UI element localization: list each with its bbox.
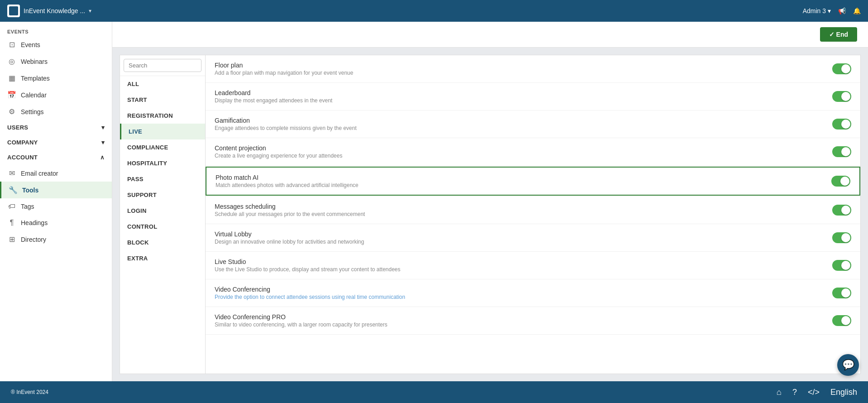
bottom-bar: ® InEvent 2024 ⌂ ? </> English: [0, 381, 868, 403]
category-live[interactable]: LIVE: [120, 124, 205, 139]
messages-scheduling-toggle[interactable]: [832, 205, 851, 216]
content-header: ✓ End: [112, 22, 868, 48]
sidebar-item-settings[interactable]: ⚙ Settings: [0, 103, 112, 120]
language-selector[interactable]: English: [830, 388, 857, 397]
category-registration[interactable]: REGISTRATION: [120, 108, 205, 124]
admin-label: Admin 3: [803, 7, 826, 14]
feature-desc: Use the Live Studio to produce, display …: [215, 266, 832, 273]
category-control[interactable]: CONTROL: [120, 219, 205, 235]
headings-icon: ¶: [7, 219, 16, 227]
code-icon[interactable]: </>: [808, 388, 820, 397]
feature-info: Gamification Engage attendees to complet…: [215, 117, 832, 131]
sidebar-item-events[interactable]: ⊡ Events: [0, 36, 112, 53]
feature-info: Video Conferencing PRO Similar to video …: [215, 313, 832, 328]
sidebar-item-email-creator[interactable]: ✉ Email creator: [0, 165, 112, 182]
live-studio-toggle[interactable]: [832, 260, 851, 271]
webinars-icon: ◎: [7, 57, 16, 66]
feature-floor-plan: Floor plan Add a floor plan with map nav…: [206, 55, 860, 83]
category-extra[interactable]: EXTRA: [120, 250, 205, 266]
sidebar-item-directory[interactable]: ⊞ Directory: [0, 231, 112, 248]
sidebar-item-headings[interactable]: ¶ Headings: [0, 215, 112, 231]
photo-match-ai-toggle[interactable]: [831, 176, 850, 187]
sidebar-item-webinars[interactable]: ◎ Webinars: [0, 53, 112, 70]
sidebar-item-calendar[interactable]: 📅 Calendar: [0, 86, 112, 103]
feature-virtual-lobby: Virtual Lobby Design an innovative onlin…: [206, 224, 860, 252]
gamification-toggle[interactable]: [832, 119, 851, 130]
feature-desc: Display the most engaged attendees in th…: [215, 97, 832, 104]
floor-plan-toggle[interactable]: [832, 63, 851, 74]
feature-desc: Provide the option to connect attendee s…: [215, 294, 832, 300]
categories-panel: ALL START REGISTRATION LIVE COMPLIANCE H…: [120, 55, 206, 374]
feature-gamification: Gamification Engage attendees to complet…: [206, 110, 860, 138]
feature-info: Video Conferencing Provide the option to…: [215, 286, 832, 300]
feature-name: Live Studio: [215, 258, 832, 265]
help-icon[interactable]: ?: [792, 388, 797, 397]
sidebar-item-label: Headings: [21, 219, 48, 226]
category-compliance[interactable]: COMPLIANCE: [120, 139, 205, 155]
category-support[interactable]: SUPPORT: [120, 187, 205, 203]
sidebar-item-label: Tools: [22, 187, 38, 194]
title-chevron[interactable]: ▾: [89, 8, 91, 14]
feature-info: Virtual Lobby Design an innovative onlin…: [215, 230, 832, 245]
company-group-header[interactable]: COMPANY ▾: [0, 135, 112, 150]
templates-icon: ▦: [7, 74, 16, 82]
category-start[interactable]: START: [120, 92, 205, 108]
notification-bell-icon[interactable]: 🔔: [853, 7, 861, 14]
top-nav-left: InEvent Knowledge ... ▾: [7, 5, 91, 17]
feature-messages-scheduling: Messages scheduling Schedule all your me…: [206, 197, 860, 224]
virtual-lobby-toggle[interactable]: [832, 232, 851, 243]
events-section-label: EVENTS: [0, 22, 112, 36]
directory-icon: ⊞: [7, 235, 16, 244]
email-creator-icon: ✉: [7, 169, 16, 178]
feature-name: Video Conferencing: [215, 286, 832, 293]
chat-button[interactable]: 💬: [837, 354, 859, 376]
feature-name: Leaderboard: [215, 89, 832, 96]
sidebar-item-tools[interactable]: 🔧 Tools: [0, 182, 112, 198]
feature-leaderboard: Leaderboard Display the most engaged att…: [206, 83, 860, 110]
feature-content-projection: Content projection Create a live engagin…: [206, 138, 860, 166]
category-pass[interactable]: PASS: [120, 171, 205, 187]
video-conferencing-pro-toggle[interactable]: [832, 315, 851, 326]
end-button[interactable]: ✓ End: [820, 27, 857, 42]
feature-name: Messages scheduling: [215, 203, 832, 210]
category-login[interactable]: LOGIN: [120, 203, 205, 219]
sidebar-item-templates[interactable]: ▦ Templates: [0, 70, 112, 86]
home-icon[interactable]: ⌂: [777, 388, 782, 397]
feature-video-conferencing: Video Conferencing Provide the option to…: [206, 279, 860, 307]
sidebar-item-tags[interactable]: 🏷 Tags: [0, 198, 112, 215]
feature-desc: Design an innovative online lobby for ac…: [215, 239, 832, 245]
category-block[interactable]: BLOCK: [120, 235, 205, 250]
video-conferencing-toggle[interactable]: [832, 288, 851, 298]
search-input[interactable]: [124, 59, 201, 72]
tools-icon: 🔧: [9, 186, 18, 194]
notification-megaphone-icon[interactable]: 📢: [838, 7, 846, 14]
company-chevron-icon: ▾: [101, 139, 105, 146]
feature-name: Gamification: [215, 117, 832, 124]
feature-info: Floor plan Add a floor plan with map nav…: [215, 62, 832, 76]
search-box: [120, 55, 205, 76]
sidebar-item-label: Tags: [21, 203, 34, 210]
users-group-label: USERS: [7, 124, 28, 131]
feature-name: Photo match AI: [216, 174, 831, 181]
content-projection-toggle[interactable]: [832, 146, 851, 157]
category-all[interactable]: ALL: [120, 76, 205, 92]
content-area: ✓ End ALL START REGISTRATION LIVE COMPLI…: [112, 22, 868, 381]
admin-menu[interactable]: Admin 3 ▾: [803, 7, 831, 14]
app-logo[interactable]: [7, 5, 20, 17]
tags-icon: 🏷: [7, 202, 16, 211]
account-group-label: ACCOUNT: [7, 154, 38, 161]
feature-name: Content projection: [215, 144, 832, 152]
users-group-header[interactable]: USERS ▾: [0, 120, 112, 135]
events-icon: ⊡: [7, 40, 16, 49]
account-group-header[interactable]: ACCOUNT ∧: [0, 150, 112, 165]
calendar-icon: 📅: [7, 91, 16, 99]
sidebar-item-label: Webinars: [21, 58, 48, 65]
feature-info: Leaderboard Display the most engaged att…: [215, 89, 832, 104]
company-group-label: COMPANY: [7, 139, 38, 146]
feature-desc: Similar to video conferencing, with a la…: [215, 321, 832, 328]
leaderboard-toggle[interactable]: [832, 91, 851, 102]
features-panel: Floor plan Add a floor plan with map nav…: [206, 55, 861, 374]
category-hospitality[interactable]: HOSPITALITY: [120, 155, 205, 171]
content-body: ALL START REGISTRATION LIVE COMPLIANCE H…: [112, 48, 868, 381]
feature-name: Floor plan: [215, 62, 832, 69]
